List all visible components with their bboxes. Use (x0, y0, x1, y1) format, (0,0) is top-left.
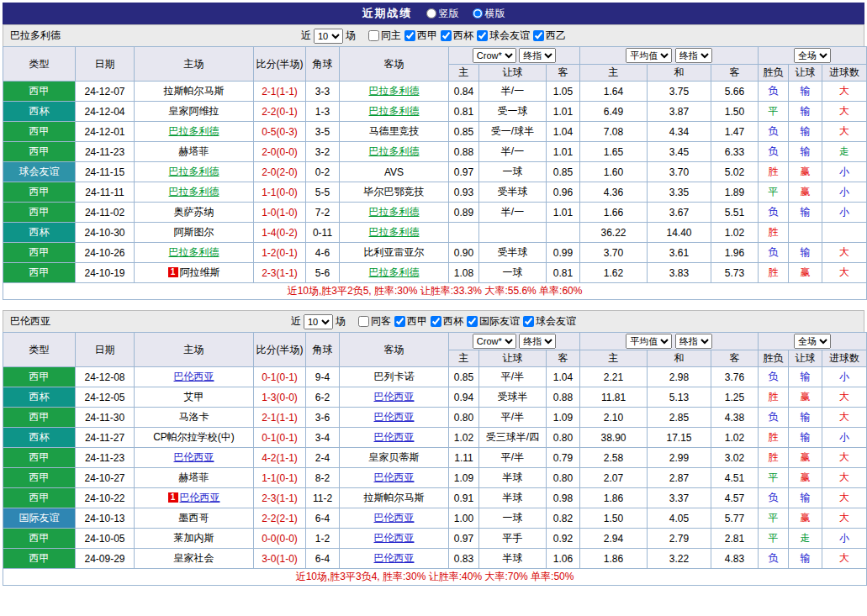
filter-option-西杯[interactable]: 西杯 (427, 314, 463, 329)
filter-checkbox[interactable] (404, 30, 415, 41)
eu-away-odds-cell: 1.02 (711, 223, 759, 243)
filter-checkbox[interactable] (477, 30, 488, 41)
away-team-cell[interactable]: 巴拉多利德 (340, 82, 449, 102)
corner-cell: 6-4 (306, 508, 340, 529)
ah-odds-stage-select[interactable]: 终指 (519, 334, 556, 349)
bookmaker-select[interactable]: Crow* (473, 48, 516, 63)
away-team-cell: 皇家贝蒂斯 (340, 448, 449, 468)
away-team-cell[interactable]: 巴伦西亚 (340, 529, 449, 549)
home-team-cell[interactable]: 巴拉多利德 (135, 162, 254, 182)
layout-horizontal-option[interactable]: 横版 (473, 7, 505, 21)
filter-option-西甲[interactable]: 西甲 (401, 29, 437, 43)
team-link[interactable]: 巴伦西亚 (374, 552, 415, 564)
home-team-cell[interactable]: 巴拉多利德 (135, 182, 254, 203)
team-link: 赫塔菲 (179, 471, 209, 483)
match-count-select[interactable]: 10 (314, 29, 343, 44)
home-team-cell[interactable]: 巴拉多利德 (135, 243, 254, 263)
team-link[interactable]: 巴拉多利德 (369, 105, 420, 117)
score-cell: 0-0(0-0) (254, 529, 306, 549)
team-link[interactable]: 巴拉多利德 (169, 125, 219, 137)
match-count-select[interactable]: 10 (304, 314, 333, 329)
games-label: 场 (346, 29, 356, 43)
eu-home-odds-cell: 2.94 (580, 529, 648, 549)
filter-checkbox[interactable] (533, 30, 544, 41)
away-team-cell[interactable]: 巴伦西亚 (340, 508, 449, 529)
filter-checkbox[interactable] (523, 316, 534, 327)
score-cell: 3-0(1-0) (254, 549, 306, 569)
ah-odds-stage-select[interactable]: 终指 (519, 48, 556, 63)
bookmaker-select[interactable]: Crow* (473, 334, 516, 349)
home-team-cell[interactable]: 1巴伦西亚 (135, 488, 254, 508)
away-team-cell[interactable]: 巴伦西亚 (340, 428, 449, 448)
team-link[interactable]: 巴伦西亚 (374, 512, 415, 524)
away-team-cell[interactable]: 巴拉多利德 (340, 102, 449, 122)
team-link[interactable]: 巴拉多利德 (169, 186, 219, 197)
filter-option-同客[interactable]: 同客 (355, 314, 391, 329)
ah-home-odds-cell: 0.88 (449, 142, 479, 162)
filter-option-同主[interactable]: 同主 (365, 29, 401, 43)
filter-option-球会友谊[interactable]: 球会友谊 (520, 314, 576, 329)
match-row: 西甲24-12-01巴拉多利德0-5(0-3)3-5马德里竞技0.85受一/球半… (3, 122, 867, 142)
team-link[interactable]: 巴伦西亚 (374, 431, 415, 443)
filter-option-球会友谊[interactable]: 球会友谊 (473, 29, 530, 43)
filter-option-国际友谊[interactable]: 国际友谊 (463, 314, 520, 329)
team-link[interactable]: 巴拉多利德 (369, 206, 420, 218)
filter-checkbox[interactable] (368, 30, 379, 41)
team-link[interactable]: 巴拉多利德 (369, 145, 420, 157)
col-header-score: 比分(半场) (254, 333, 306, 367)
home-team-cell[interactable]: 巴伦西亚 (135, 448, 254, 468)
home-team-cell: 墨西哥 (135, 508, 254, 529)
eu-odds-stage-select[interactable]: 终指 (675, 334, 712, 349)
team-link[interactable]: 巴伦西亚 (174, 371, 214, 382)
result-cell: 胜 (759, 428, 789, 448)
filter-checkbox[interactable] (467, 316, 478, 327)
ah-away-odds-cell: 0.88 (547, 387, 580, 408)
filter-option-西乙[interactable]: 西乙 (530, 29, 566, 43)
scope-select[interactable]: 全场 (794, 48, 831, 63)
filter-option-西甲[interactable]: 西甲 (391, 314, 427, 329)
layout-vertical-option[interactable]: 竖版 (426, 7, 459, 21)
team-link[interactable]: 巴拉多利德 (369, 226, 420, 238)
away-team-cell: 巴列卡诺 (340, 367, 449, 387)
filter-option-西杯[interactable]: 西杯 (437, 29, 473, 43)
away-team-cell[interactable]: 巴拉多利德 (340, 203, 449, 223)
team-link[interactable]: 巴伦西亚 (180, 492, 220, 503)
away-team-cell[interactable]: 巴伦西亚 (340, 549, 449, 569)
team-link[interactable]: 巴拉多利德 (369, 85, 420, 97)
filter-checkbox[interactable] (441, 30, 452, 41)
eu-odds-source-select[interactable]: 平均值 (626, 334, 672, 349)
filter-checkbox[interactable] (431, 316, 441, 327)
home-team-cell: 皇家阿维拉 (135, 102, 254, 122)
layout-vertical-radio[interactable] (426, 8, 436, 18)
home-team-cell[interactable]: 巴伦西亚 (135, 367, 254, 387)
team-link[interactable]: 巴伦西亚 (374, 532, 415, 544)
league-filter-group: 同主西甲西杯球会友谊西乙 (365, 29, 566, 43)
team-link[interactable]: 巴伦西亚 (374, 391, 415, 403)
away-team-cell[interactable]: 巴拉多利德 (340, 223, 449, 243)
team-link[interactable]: 巴拉多利德 (169, 166, 219, 177)
ah-away-odds-cell: 1.01 (547, 203, 580, 223)
eu-draw-odds-cell: 2.87 (648, 468, 711, 488)
scope-select[interactable]: 全场 (794, 334, 831, 349)
away-team-cell[interactable]: 巴拉多利德 (340, 263, 449, 283)
ah-line-cell: 受三球半/四 (479, 428, 547, 448)
team-link[interactable]: 巴伦西亚 (374, 471, 415, 483)
home-team-cell[interactable]: 巴拉多利德 (135, 122, 254, 142)
eu-draw-odds-cell: 14.40 (648, 223, 711, 243)
team-link[interactable]: 巴伦西亚 (374, 411, 415, 423)
eu-odds-source-select[interactable]: 平均值 (626, 48, 672, 63)
away-team-cell[interactable]: 巴伦西亚 (340, 468, 449, 488)
filter-checkbox[interactable] (358, 316, 369, 327)
team-link[interactable]: 巴拉多利德 (169, 246, 219, 258)
score-cell: 2-3(1-1) (254, 488, 306, 508)
away-team-cell[interactable]: 巴伦西亚 (340, 408, 449, 428)
away-team-cell[interactable]: 巴拉多利德 (340, 142, 449, 162)
layout-horizontal-radio[interactable] (473, 8, 483, 18)
score-cell: 4-2(1-1) (254, 448, 306, 468)
team-link[interactable]: 巴拉多利德 (369, 266, 420, 278)
eu-draw-odds-cell: 2.85 (648, 408, 711, 428)
team-link[interactable]: 巴伦西亚 (174, 451, 214, 463)
filter-checkbox[interactable] (394, 316, 405, 327)
away-team-cell[interactable]: 巴伦西亚 (340, 387, 449, 408)
eu-odds-stage-select[interactable]: 终指 (675, 48, 712, 63)
